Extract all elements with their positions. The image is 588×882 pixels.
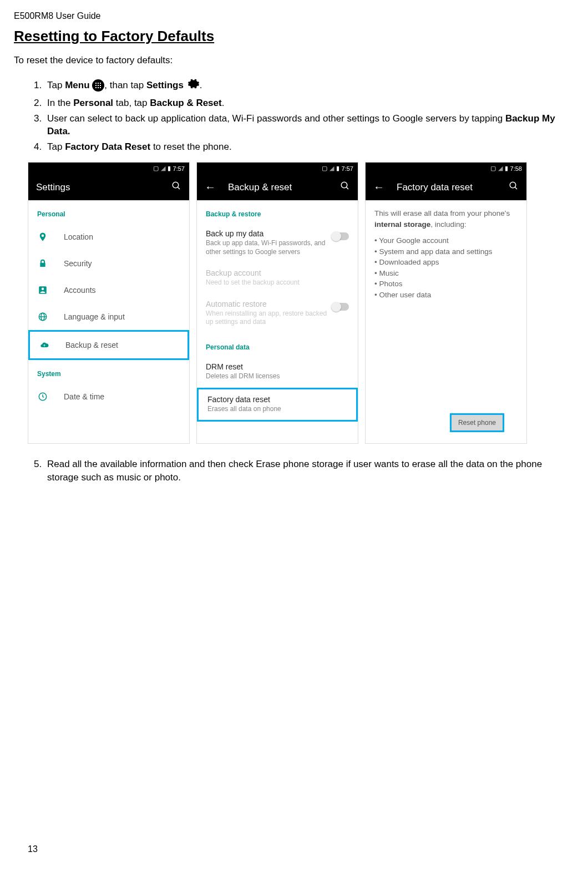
screenshots-row: ▢ ◢ ▮ 7:57 Settings Personal Location Se… xyxy=(28,162,574,444)
step-4: Tap Factory Data Reset to reset the phon… xyxy=(44,140,574,154)
svg-line-9 xyxy=(346,187,348,190)
lock-icon xyxy=(37,258,48,269)
battery-icon: ▮ xyxy=(168,165,171,172)
item-security[interactable]: Security xyxy=(28,250,189,277)
svg-point-3 xyxy=(42,287,44,290)
accounts-icon xyxy=(37,285,48,296)
step-3: User can select to back up application d… xyxy=(44,112,574,139)
screenshot-icon: ▢ xyxy=(153,165,159,172)
app-title: Factory data reset xyxy=(397,182,509,193)
time: 7:58 xyxy=(510,165,522,172)
svg-point-8 xyxy=(341,183,347,189)
doc-header: E500RM8 User Guide xyxy=(14,11,574,21)
cloud-icon xyxy=(39,339,50,351)
item-factory-reset[interactable]: Factory data reset Erases all data on ph… xyxy=(197,388,358,422)
intro-text: To reset the device to factory defaults: xyxy=(14,55,574,66)
status-bar: ▢ ◢ ▮ 7:58 xyxy=(366,163,526,175)
time: 7:57 xyxy=(173,165,185,172)
status-bar: ▢ ◢ ▮ 7:57 xyxy=(28,163,189,175)
screenshot-backup: ▢ ◢ ▮ 7:57 ← Backup & reset Backup & res… xyxy=(196,162,358,444)
step-1: Tap Menu , than tap Settings . xyxy=(44,77,574,94)
section-personal: Personal xyxy=(28,200,189,224)
item-drm-reset[interactable]: DRM reset Deletes all DRM licenses xyxy=(197,357,358,388)
app-bar: Settings xyxy=(28,175,189,200)
page-title: Resetting to Factory Defaults xyxy=(14,28,574,45)
menu-icon xyxy=(92,79,104,92)
app-bar: ← Factory data reset xyxy=(366,175,526,200)
app-title: Backup & reset xyxy=(228,182,340,193)
svg-point-10 xyxy=(510,183,516,189)
step-2: In the Personal tab, tap Backup & Reset. xyxy=(44,97,574,110)
svg-point-0 xyxy=(173,183,179,189)
section-backup-restore: Backup & restore xyxy=(197,200,358,224)
steps-list: Tap Menu , than tap Settings . In the Pe… xyxy=(14,77,574,154)
signal-icon: ◢ xyxy=(161,165,165,172)
search-icon[interactable] xyxy=(340,181,350,194)
section-system: System xyxy=(28,360,189,383)
search-icon[interactable] xyxy=(509,181,519,194)
battery-icon: ▮ xyxy=(505,165,508,172)
screenshot-settings: ▢ ◢ ▮ 7:57 Settings Personal Location Se… xyxy=(28,162,190,444)
screenshot-icon: ▢ xyxy=(490,165,496,172)
app-title: Settings xyxy=(36,182,171,193)
back-icon[interactable]: ← xyxy=(373,181,384,194)
erase-list: Your Google account System and app data … xyxy=(374,235,518,300)
item-backup-data[interactable]: Back up my data Back up app data, Wi-Fi … xyxy=(197,224,358,263)
item-language[interactable]: Language & input xyxy=(28,303,189,330)
item-accounts[interactable]: Accounts xyxy=(28,277,189,303)
globe-icon xyxy=(37,311,48,322)
item-datetime[interactable]: Date & time xyxy=(28,383,189,410)
screenshot-factory-reset: ▢ ◢ ▮ 7:58 ← Factory data reset This wil… xyxy=(365,162,527,444)
svg-line-1 xyxy=(178,187,180,190)
svg-line-11 xyxy=(515,187,517,190)
search-icon[interactable] xyxy=(171,181,181,194)
toggle-backup[interactable] xyxy=(332,232,349,240)
section-personal-data: Personal data xyxy=(197,333,358,357)
back-icon[interactable]: ← xyxy=(205,181,216,194)
screenshot-icon: ▢ xyxy=(322,165,327,172)
clock-icon xyxy=(37,391,48,402)
reset-description: This will erase all data from your phone… xyxy=(366,200,526,314)
toggle-restore xyxy=(332,303,349,311)
gear-icon xyxy=(186,77,200,94)
app-bar: ← Backup & reset xyxy=(197,175,358,200)
location-icon xyxy=(37,231,48,242)
signal-icon: ◢ xyxy=(498,165,503,172)
item-backup-account: Backup account Need to set the backup ac… xyxy=(197,263,358,294)
time: 7:57 xyxy=(342,165,353,172)
page-number: 13 xyxy=(28,844,38,854)
item-backup-reset[interactable]: Backup & reset xyxy=(28,330,189,360)
signal-icon: ◢ xyxy=(330,165,334,172)
steps-list-cont: Read all the available information and t… xyxy=(14,458,574,484)
step-5: Read all the available information and t… xyxy=(44,458,574,484)
battery-icon: ▮ xyxy=(336,165,339,172)
item-auto-restore: Automatic restore When reinstalling an a… xyxy=(197,294,358,333)
item-location[interactable]: Location xyxy=(28,224,189,250)
reset-phone-button[interactable]: Reset phone xyxy=(450,413,504,432)
status-bar: ▢ ◢ ▮ 7:57 xyxy=(197,163,358,175)
